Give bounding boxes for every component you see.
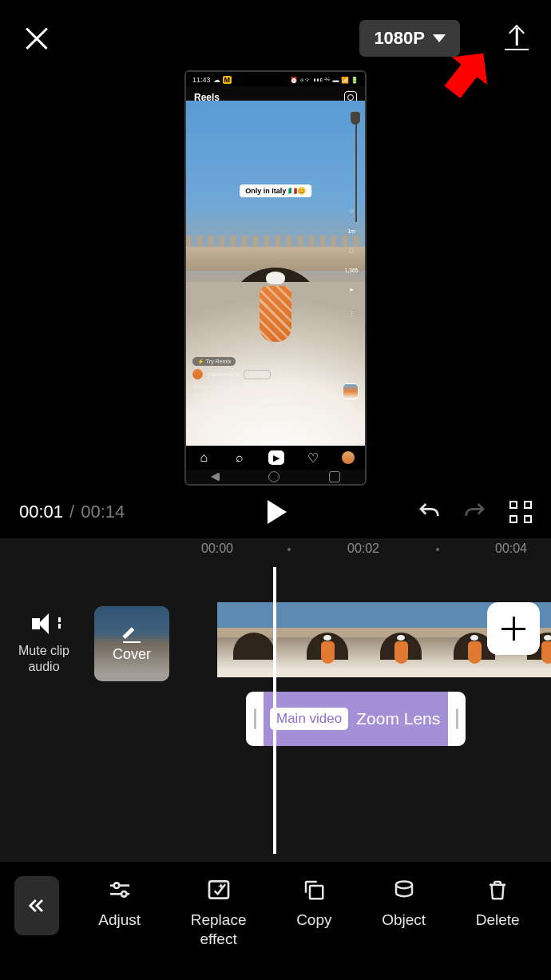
audio-line: ♪ sickickmusic • running up that hill si… [192,400,359,409]
mute-clip-button[interactable]: Mute clip audio [0,613,88,675]
tool-label: Delete [476,911,520,929]
follow-button: Follow [244,370,271,379]
resolution-label: 1080P [374,28,425,49]
copy-tool[interactable]: Copy [296,876,331,948]
tool-label: Object [382,911,426,929]
chevron-down-icon [433,34,446,42]
phone-bottom-nav: ⌂ ⌕ ▶ ♡ [186,446,365,470]
reels-icon: ▶ [268,450,284,465]
tick-label: 00:00 [201,542,233,556]
fullscreen-button[interactable] [509,501,532,523]
adjust-tool[interactable]: Adjust [98,876,141,948]
time-separator: / [69,502,74,522]
tick-label: 00:04 [495,542,527,556]
heart-icon: ♡ [306,450,320,465]
pencil-icon [123,625,141,643]
share-icon: ➤ [344,283,359,297]
replace-effect-tool[interactable]: Replace effect [191,876,247,948]
redo-button[interactable] [463,500,487,524]
play-button[interactable] [264,500,287,524]
preview-area: 11:43☁M ⏰ ◎ ᯤ ▮▮▯ ⁴⁶ ▬ 📶 🔋 Reels Only in… [0,70,551,486]
username: yaminelisa [207,370,240,379]
annotation-arrow [431,46,490,105]
reel-overlay: ⚡ Try Remix yaminelisa Follow Remix Toge… [192,357,359,409]
time-ruler: 00:00 00:02 00:04 [0,538,551,561]
mute-label-1: Mute clip [18,644,69,657]
tick-dot [287,548,291,551]
clip-frame[interactable] [291,602,364,677]
object-tool[interactable]: Object [382,876,426,948]
speaker-icon [32,613,56,634]
undo-button[interactable] [417,500,441,524]
effect-handle-right[interactable] [448,692,466,746]
back-button[interactable] [14,876,59,935]
svg-rect-6 [310,886,323,899]
object-icon [390,876,418,903]
video-scene: Only in Italy 🇮🇹😊 ♡ 1m ◌ 1,365 ➤ ⋮ ⚡ Try… [186,101,365,449]
bottom-toolbar: Adjust Replace effect Copy Object Dele [0,867,551,980]
like-icon: ♡ [344,204,359,219]
mute-label-2: audio [28,660,59,673]
tick-label: 00:02 [347,542,379,556]
close-icon[interactable] [22,24,51,53]
playhead[interactable] [273,567,276,854]
timeline[interactable]: 00:00 00:02 00:04 Mute clip audio Cover [0,538,551,862]
sliders-icon [106,876,133,903]
effect-name: Zoom Lens [356,709,440,728]
current-time: 00:01 [19,502,63,522]
tool-label: Copy [296,911,331,929]
svg-marker-0 [435,46,490,105]
svg-point-7 [396,881,412,888]
copy-icon [300,876,327,903]
tool-label-2: effect [200,930,237,948]
chevron-double-left-icon [26,895,48,917]
video-preview[interactable]: 11:43☁M ⏰ ◎ ᯤ ▮▮▯ ⁴⁶ ▬ 📶 🔋 Reels Only in… [184,70,367,486]
clip-frame[interactable] [217,602,291,677]
like-count: 1m [347,228,355,234]
add-clip-button[interactable] [487,602,540,655]
tool-label-1: Replace [191,911,247,929]
effect-track: Main video Zoom Lens [246,692,466,746]
comment-count: 1,365 [344,268,359,273]
delete-tool[interactable]: Delete [476,876,520,948]
duration-time: 00:14 [81,502,125,522]
tool-label: Adjust [98,911,141,929]
effect-clip[interactable]: Main video Zoom Lens [264,692,448,746]
effect-handle-left[interactable] [246,692,264,746]
svg-point-4 [121,891,127,897]
cover-label: Cover [113,646,151,663]
caption-pill: Only in Italy 🇮🇹😊 [240,184,311,197]
trash-icon [484,876,511,903]
try-remix-pill: ⚡ Try Remix [192,357,236,367]
play-icon [268,500,287,524]
reel-side-actions: ♡ 1m ◌ 1,365 ➤ ⋮ [344,204,359,321]
phone-system-nav [186,470,365,484]
tick-dot [436,548,439,551]
search-icon: ⌕ [232,450,247,465]
home-icon: ⌂ [196,450,211,465]
export-button[interactable] [505,26,529,50]
phone-status-bar: 11:43☁M ⏰ ◎ ᯤ ▮▮▯ ⁴⁶ ▬ 📶 🔋 [186,72,365,86]
remix-credit: Remix Together with sicilyroadtrip [192,382,359,391]
playback-bar: 00:01 / 00:14 [0,486,551,538]
avatar-icon [192,369,203,379]
caption-line: Pheww that was too close ... [192,391,359,400]
clip-frame[interactable] [364,602,438,677]
profile-icon [342,451,355,464]
more-icon: ⋮ [344,307,359,321]
status-time: 11:43 [192,76,211,84]
cover-button[interactable]: Cover [94,606,169,681]
svg-rect-5 [209,881,228,898]
effect-tag: Main video [270,708,348,730]
svg-point-2 [113,883,119,888]
replace-effect-icon [205,876,232,903]
comment-icon: ◌ [344,244,359,258]
